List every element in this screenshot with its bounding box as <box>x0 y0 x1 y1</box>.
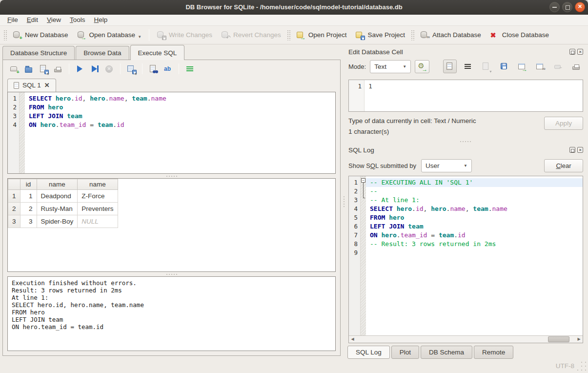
attach-database-button[interactable]: ∞Attach Database <box>416 28 486 41</box>
open-project-button[interactable]: →Open Project <box>292 28 351 41</box>
table-cell[interactable]: Z-Force <box>78 190 118 203</box>
column-header[interactable]: name <box>37 179 78 190</box>
dock-tab-db-schema[interactable]: DB Schema <box>421 346 472 359</box>
tab-close-icon[interactable]: ✕ <box>44 82 50 88</box>
menu-file[interactable]: File <box>3 15 22 25</box>
column-header[interactable]: name <box>78 179 118 190</box>
cell-editor-content[interactable]: 1 <box>365 80 583 111</box>
toolbar-grip[interactable] <box>3 30 7 41</box>
export-button[interactable]: → <box>515 60 529 73</box>
open-sql-file-button[interactable] <box>22 62 35 75</box>
sql-editor[interactable]: 1234 SELECT hero.id, hero.name, team.nam… <box>7 92 336 174</box>
save-results-button[interactable]: ▼ <box>125 62 138 75</box>
toolbar-grip[interactable] <box>287 30 290 41</box>
row-header[interactable]: 3 <box>8 215 20 228</box>
toolbar-grip[interactable] <box>411 30 414 41</box>
open-database-icon: → <box>77 31 86 39</box>
scroll-left-icon[interactable]: ◀ <box>349 336 356 343</box>
log-filter-label: Show SQL submitted by <box>348 162 416 169</box>
text-mode-button[interactable] <box>443 60 457 73</box>
dock-tab-plot[interactable]: Plot <box>391 346 419 359</box>
sql-file-tab[interactable]: SQL 1 ✕ <box>7 79 56 92</box>
menu-view[interactable]: View <box>42 15 65 25</box>
row-header[interactable]: 2 <box>8 203 20 215</box>
auto-apply-button[interactable]: ⚙→ <box>415 60 429 73</box>
save-as-button[interactable] <box>497 60 511 73</box>
table-cell[interactable]: 3 <box>20 215 37 228</box>
print-button[interactable] <box>569 60 583 73</box>
log-filter-select[interactable]: User ▼ <box>421 159 472 172</box>
save-sql-file-button[interactable]: ▼ <box>37 62 50 75</box>
find-button[interactable] <box>147 62 160 75</box>
splitter-results-message[interactable] <box>3 272 340 276</box>
log-code-area[interactable]: -- EXECUTING ALL IN 'SQL 1'---- At line … <box>366 176 583 335</box>
cell-editor[interactable]: 1 1 <box>348 80 583 112</box>
new-database-button[interactable]: +New Database <box>8 28 73 41</box>
splitter-editor-results[interactable] <box>3 174 340 178</box>
execute-line-button[interactable] <box>88 62 101 75</box>
tab-browse-data[interactable]: Browse Data <box>76 46 129 60</box>
chevron-down-icon[interactable]: ▼ <box>138 35 142 39</box>
new-sql-tab-button[interactable]: + <box>8 62 20 75</box>
title-bar[interactable]: DB Browser for SQLite - /home/user/code/… <box>0 0 588 15</box>
minimize-icon[interactable] <box>549 2 560 12</box>
autocomplete-button[interactable]: ab <box>162 62 174 75</box>
chevron-down-icon[interactable]: ▼ <box>489 70 492 73</box>
dock-close-icon[interactable] <box>577 147 583 153</box>
menu-help[interactable]: Help <box>90 15 112 25</box>
execute-all-button[interactable] <box>74 62 86 75</box>
tab-database-structure[interactable]: Database Structure <box>2 46 75 60</box>
dock-tab-remote[interactable]: Remote <box>474 346 513 359</box>
apply-button[interactable]: Apply <box>544 117 583 130</box>
dock-float-icon[interactable] <box>569 49 575 55</box>
scroll-right-icon[interactable]: ▶ <box>575 336 583 343</box>
dock-tab-sql-log[interactable]: SQL Log <box>347 346 390 359</box>
log-horizontal-scrollbar[interactable]: ◀ ▶ <box>349 335 583 343</box>
column-header[interactable]: id <box>20 179 37 190</box>
menu-tools[interactable]: Tools <box>65 15 90 25</box>
scrollbar-thumb[interactable] <box>548 336 569 342</box>
resize-grip[interactable] <box>581 366 582 367</box>
chevron-down-icon[interactable]: ▼ <box>46 72 50 76</box>
fold-collapse-icon[interactable] <box>361 178 365 183</box>
row-header[interactable]: 1 <box>8 190 20 203</box>
maximize-icon[interactable] <box>562 2 572 12</box>
dock-close-icon[interactable] <box>577 49 583 55</box>
open-database-button[interactable]: →Open Database▼ <box>73 28 146 41</box>
link-button[interactable]: ∞ <box>533 60 547 73</box>
close-icon[interactable] <box>575 2 585 12</box>
chevron-down-icon[interactable]: ▼ <box>134 72 138 76</box>
table-cell[interactable]: Spider-Boy <box>37 215 78 228</box>
export-icon: → <box>518 62 527 71</box>
mode-select[interactable]: Text ▼ <box>370 60 411 73</box>
toolbar-separator <box>179 63 179 74</box>
word-wrap-button[interactable] <box>461 60 475 73</box>
save-project-icon <box>355 31 364 39</box>
table-cell[interactable]: Deadpond <box>37 190 78 203</box>
chevron-down-icon: ▼ <box>403 64 406 69</box>
table-cell[interactable]: 1 <box>20 190 37 203</box>
format-button[interactable] <box>183 62 196 75</box>
chevron-down-icon: ▼ <box>464 164 467 168</box>
print-button[interactable] <box>52 62 64 75</box>
window-title: DB Browser for SQLite - /home/user/code/… <box>0 3 588 11</box>
tab-execute-sql[interactable]: Execute SQL <box>130 45 185 60</box>
table-cell[interactable]: Rusty-Man <box>37 203 78 215</box>
save-project-button[interactable]: Save Project <box>351 28 409 41</box>
dock-float-icon[interactable] <box>569 147 575 153</box>
menu-edit[interactable]: Edit <box>22 15 42 25</box>
line-number: 3 <box>10 112 17 121</box>
line-number: 6 <box>351 222 358 231</box>
splitter-docks[interactable] <box>346 139 584 144</box>
table-cell[interactable]: NULL <box>78 215 118 228</box>
line-number: 2 <box>351 187 358 196</box>
execution-message-box[interactable]: Execution finished without errors.Result… <box>7 276 336 351</box>
code-line: LEFT JOIN team <box>29 112 335 121</box>
editor-code-area[interactable]: SELECT hero.id, hero.name, team.nameFROM… <box>25 92 335 173</box>
table-row: 33Spider-BoyNULL <box>8 215 118 228</box>
close-database-button[interactable]: ✖Close Database <box>486 28 553 41</box>
table-cell[interactable]: Preventers <box>78 203 118 215</box>
left-pane: Database StructureBrowse DataExecute SQL… <box>0 44 343 359</box>
clear-button[interactable]: Clear <box>544 159 583 172</box>
table-cell[interactable]: 2 <box>20 203 37 215</box>
